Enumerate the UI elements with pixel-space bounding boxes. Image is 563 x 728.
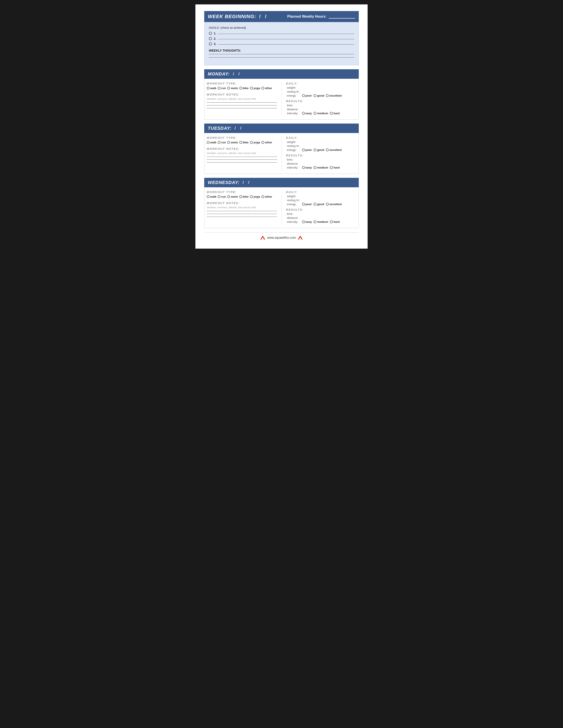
intensity-circle-hard-2[interactable] xyxy=(330,220,333,223)
intensity-radio-hard-1[interactable]: hard xyxy=(330,166,340,169)
radio-circle-run-2[interactable] xyxy=(218,195,220,198)
radio-circle-yoga-0[interactable] xyxy=(250,87,253,90)
intensity-circle-medium-1[interactable] xyxy=(314,166,317,169)
intensity-circle-hard-1[interactable] xyxy=(330,166,333,169)
energy-circle-excellent-1[interactable] xyxy=(326,148,329,151)
radio-circle-swim-1[interactable] xyxy=(227,141,230,144)
intensity-label-easy-0: easy xyxy=(306,112,312,115)
radio-circle-swim-2[interactable] xyxy=(227,195,230,198)
radio-bike-2[interactable]: bike xyxy=(239,195,248,198)
radio-bike-1[interactable]: bike xyxy=(239,141,248,144)
energy-label-good-1: good xyxy=(317,148,324,152)
radio-swim-0[interactable]: swim xyxy=(227,86,238,90)
radio-other-2[interactable]: other xyxy=(261,195,272,198)
intensity-radio-medium-1[interactable]: medium xyxy=(314,166,328,169)
goal-number-3: 3. xyxy=(214,42,216,46)
footer-url: www.squawkfox.com xyxy=(267,236,296,239)
intensity-radio-easy-2[interactable]: easy xyxy=(302,220,312,223)
workout-type-label-0: WORKOUT TYPE: xyxy=(207,82,277,85)
radio-run-0[interactable]: run xyxy=(218,86,226,90)
notes-sub-1: (weather, soreness, attitude, how sessio… xyxy=(207,152,277,154)
radio-circle-other-0[interactable] xyxy=(261,87,264,90)
radio-swim-2[interactable]: swim xyxy=(227,195,238,198)
goal-circle-2[interactable] xyxy=(209,37,212,40)
radio-circle-run-0[interactable] xyxy=(218,87,220,90)
energy-radio-poor-2[interactable]: poor xyxy=(302,203,312,206)
intensity-circle-easy-1[interactable] xyxy=(302,166,305,169)
energy-radio-good-0[interactable]: good xyxy=(314,94,324,97)
radio-other-0[interactable]: other xyxy=(261,86,272,90)
radio-run-2[interactable]: run xyxy=(218,195,226,198)
radio-circle-swim-0[interactable] xyxy=(227,87,230,90)
week-beginning-title: WEEK BEGINNING: xyxy=(208,14,256,19)
radio-run-1[interactable]: run xyxy=(218,141,226,144)
radio-circle-yoga-1[interactable] xyxy=(250,141,253,144)
note-line2-1 xyxy=(207,159,277,160)
radio-swim-1[interactable]: swim xyxy=(227,141,238,144)
intensity-radio-hard-0[interactable]: hard xyxy=(330,112,340,115)
radio-walk-0[interactable]: walk xyxy=(207,86,216,90)
energy-circle-good-0[interactable] xyxy=(314,94,317,97)
intensity-row-label-0: intensity: xyxy=(287,112,300,115)
radio-circle-walk-2[interactable] xyxy=(207,195,209,198)
day-title-0: MONDAY: xyxy=(208,71,230,77)
energy-circle-excellent-0[interactable] xyxy=(326,94,329,97)
radio-circle-bike-2[interactable] xyxy=(239,195,242,198)
radio-circle-walk-1[interactable] xyxy=(207,141,209,144)
goal-item-2: 2. xyxy=(209,37,354,40)
radio-label-walk-0: walk xyxy=(210,86,216,90)
day-title-2: WEDNESDAY: xyxy=(208,180,239,185)
intensity-radio-medium-2[interactable]: medium xyxy=(314,220,328,223)
radio-label-yoga-0: yoga xyxy=(253,86,260,90)
day-slash2-1: / xyxy=(240,126,241,131)
goal-circle-1[interactable] xyxy=(209,32,212,35)
radio-circle-run-1[interactable] xyxy=(218,141,220,144)
radio-other-1[interactable]: other xyxy=(261,141,272,144)
radio-circle-other-2[interactable] xyxy=(261,195,264,198)
intensity-radio-hard-2[interactable]: hard xyxy=(330,220,340,223)
intensity-radio-easy-1[interactable]: easy xyxy=(302,166,312,169)
intensity-radio-easy-0[interactable]: easy xyxy=(302,112,312,115)
energy-radio-poor-0[interactable]: poor xyxy=(302,94,312,97)
radio-circle-walk-0[interactable] xyxy=(207,87,209,90)
intensity-circle-medium-2[interactable] xyxy=(314,220,317,223)
energy-label-excellent-1: excellent xyxy=(330,148,342,152)
energy-radio-good-1[interactable]: good xyxy=(314,148,324,152)
radio-circle-yoga-2[interactable] xyxy=(250,195,253,198)
energy-circle-good-1[interactable] xyxy=(314,148,317,151)
radio-bike-0[interactable]: bike xyxy=(239,86,248,90)
goals-label: GOALS: xyxy=(209,26,219,29)
intensity-circle-hard-0[interactable] xyxy=(330,112,333,115)
energy-radio-excellent-2[interactable]: excellent xyxy=(326,203,342,206)
resting-hr-row-2: resting hr: xyxy=(287,199,357,202)
energy-circle-poor-2[interactable] xyxy=(302,203,305,206)
intensity-circle-medium-0[interactable] xyxy=(314,112,317,115)
intensity-radio-medium-0[interactable]: medium xyxy=(314,112,328,115)
energy-radio-excellent-1[interactable]: excellent xyxy=(326,148,342,152)
energy-circle-poor-0[interactable] xyxy=(302,94,305,97)
radio-yoga-0[interactable]: yoga xyxy=(250,86,260,90)
day-section-0: MONDAY: / / WORKOUT TYPE: walk run swim … xyxy=(204,69,359,120)
goal-number-2: 2. xyxy=(214,37,216,40)
intensity-circle-easy-2[interactable] xyxy=(302,220,305,223)
day-slash2-2: / xyxy=(248,180,249,185)
intensity-circle-easy-0[interactable] xyxy=(302,112,305,115)
goal-circle-3[interactable] xyxy=(209,42,212,45)
radio-yoga-2[interactable]: yoga xyxy=(250,195,260,198)
radio-circle-other-1[interactable] xyxy=(261,141,264,144)
energy-radio-excellent-0[interactable]: excellent xyxy=(326,94,342,97)
radio-yoga-1[interactable]: yoga xyxy=(250,141,260,144)
radio-walk-1[interactable]: walk xyxy=(207,141,216,144)
radio-circle-bike-0[interactable] xyxy=(239,87,242,90)
energy-circle-excellent-2[interactable] xyxy=(326,203,329,206)
energy-radio-good-2[interactable]: good xyxy=(314,203,324,206)
energy-radio-poor-1[interactable]: poor xyxy=(302,148,312,152)
energy-circle-good-2[interactable] xyxy=(314,203,317,206)
radio-walk-2[interactable]: walk xyxy=(207,195,216,198)
energy-circle-poor-1[interactable] xyxy=(302,148,305,151)
day-left-0: WORKOUT TYPE: walk run swim bike yoga ot xyxy=(207,82,282,116)
radio-label-other-2: other xyxy=(265,195,272,198)
radio-label-yoga-2: yoga xyxy=(253,195,260,198)
intensity-label-easy-1: easy xyxy=(306,166,312,169)
radio-circle-bike-1[interactable] xyxy=(239,141,242,144)
